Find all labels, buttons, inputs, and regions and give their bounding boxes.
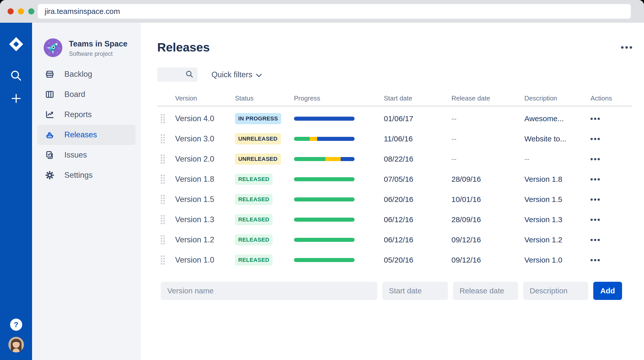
- status-badge: RELEASED: [235, 234, 273, 245]
- progress-segment-yellow: [310, 137, 317, 141]
- add-version-form: Add: [157, 282, 632, 300]
- drag-handle[interactable]: [161, 114, 165, 123]
- status-badge: UNRELEASED: [235, 133, 281, 144]
- progress-segment-green: [294, 157, 325, 161]
- release-date-input[interactable]: [453, 282, 518, 300]
- start-date: 06/12/16: [384, 215, 451, 224]
- drag-handle[interactable]: [161, 195, 165, 204]
- project-avatar: [44, 38, 62, 58]
- progress-bar: [294, 157, 355, 161]
- start-date: 06/12/16: [384, 236, 451, 244]
- sidebar-item-releases[interactable]: Releases: [37, 125, 136, 145]
- project-sidebar: Teams in Space Software project Backlog: [32, 23, 141, 360]
- gear-icon: [45, 170, 55, 180]
- progress-bar: [294, 117, 355, 121]
- page-title: Releases: [157, 40, 210, 54]
- start-date: 08/22/16: [384, 155, 451, 163]
- row-actions-button[interactable]: [591, 178, 600, 181]
- progress-segment-green: [294, 218, 355, 222]
- row-actions-button[interactable]: [591, 259, 600, 261]
- sidebar-item-settings[interactable]: Settings: [37, 165, 136, 185]
- table-row: Version 3.0 UNRELEASED 11/06/16 -- Websi…: [157, 129, 632, 149]
- drag-handle[interactable]: [161, 215, 165, 224]
- help-glyph: ?: [14, 321, 18, 329]
- drag-handle[interactable]: [161, 155, 165, 164]
- row-actions-button[interactable]: [591, 138, 600, 140]
- progress-segment-green: [294, 238, 355, 242]
- col-header-description: Description: [524, 94, 591, 102]
- sidebar-item-reports[interactable]: Reports: [37, 105, 136, 125]
- col-header-actions: Actions: [591, 94, 632, 102]
- table-row: Version 2.0 UNRELEASED 08/22/16 -- --: [157, 149, 632, 169]
- table-header-row: Version Status Progress Start date Relea…: [157, 94, 632, 102]
- description: Version 1.5: [524, 195, 591, 204]
- status-badge: RELEASED: [235, 254, 273, 266]
- description: Version 1.0: [524, 256, 591, 264]
- table-body: Version 4.0 IN PROGRESS 01/06/17 -- Awes…: [157, 109, 632, 270]
- row-actions-button[interactable]: [591, 198, 600, 201]
- window-controls: [8, 8, 34, 14]
- project-header: Teams in Space Software project: [32, 38, 141, 58]
- sidebar-item-board[interactable]: Board: [37, 84, 136, 105]
- start-date: 06/20/16: [384, 195, 451, 204]
- quick-filters-button[interactable]: Quick filters: [211, 70, 262, 79]
- sidebar-item-label: Backlog: [64, 70, 92, 79]
- progress-bar: [294, 258, 355, 262]
- minimize-window-button[interactable]: [18, 8, 24, 14]
- global-search-icon[interactable]: [10, 69, 23, 82]
- row-actions-button[interactable]: [591, 239, 600, 241]
- start-date-input[interactable]: [382, 282, 448, 300]
- version-name: Version 4.0: [175, 114, 235, 123]
- page-more-button[interactable]: [621, 46, 632, 49]
- create-icon[interactable]: [10, 92, 22, 105]
- jira-logo-icon[interactable]: [8, 36, 24, 53]
- release-date: 28/09/16: [451, 215, 524, 224]
- drag-handle[interactable]: [161, 134, 165, 143]
- release-date: 09/12/16: [451, 236, 524, 244]
- header-divider: [157, 106, 632, 107]
- status-badge: IN PROGRESS: [235, 113, 281, 124]
- releases-table: Version Status Progress Start date Relea…: [157, 94, 632, 270]
- quick-filters-label: Quick filters: [211, 70, 252, 79]
- drag-handle[interactable]: [161, 255, 165, 265]
- sidebar-item-label: Reports: [64, 110, 92, 119]
- issues-icon: [45, 150, 55, 160]
- version-name: Version 1.0: [175, 255, 235, 265]
- sidebar-item-issues[interactable]: Issues: [37, 145, 136, 165]
- zoom-window-button[interactable]: [28, 8, 34, 14]
- description-input[interactable]: [523, 282, 588, 300]
- progress-bar: [294, 238, 355, 242]
- drag-handle[interactable]: [161, 175, 165, 184]
- main-content: Releases Quick filters: [141, 23, 644, 360]
- sidebar-item-label: Settings: [64, 171, 93, 180]
- sidebar-item-backlog[interactable]: Backlog: [37, 64, 136, 84]
- address-bar[interactable]: jira.teamsinspace.com: [38, 4, 631, 19]
- browser-chrome: jira.teamsinspace.com: [0, 0, 644, 23]
- chevron-down-icon: [256, 70, 262, 79]
- description: Version 1.2: [524, 236, 591, 244]
- version-name-input[interactable]: [161, 282, 377, 300]
- url-text: jira.teamsinspace.com: [45, 7, 120, 16]
- row-actions-button[interactable]: [591, 118, 600, 120]
- release-search-input[interactable]: [161, 71, 185, 79]
- progress-segment-blue: [341, 157, 355, 161]
- project-type: Software project: [69, 50, 127, 57]
- row-actions-button[interactable]: [591, 158, 600, 160]
- status-badge: UNRELEASED: [235, 153, 281, 165]
- add-button[interactable]: Add: [593, 282, 622, 300]
- description: --: [524, 155, 591, 163]
- project-nav: Backlog Board: [32, 64, 141, 185]
- version-name: Version 3.0: [175, 134, 235, 143]
- description: Awesome...: [524, 114, 591, 123]
- row-actions-button[interactable]: [591, 219, 600, 221]
- col-header-release-date: Release date: [451, 94, 524, 102]
- close-window-button[interactable]: [8, 8, 14, 14]
- col-header-status: Status: [235, 94, 294, 102]
- status-badge: RELEASED: [235, 194, 273, 205]
- drag-handle[interactable]: [161, 235, 165, 244]
- release-search-box[interactable]: [157, 67, 198, 82]
- help-icon[interactable]: ?: [10, 319, 22, 331]
- user-avatar[interactable]: [8, 337, 24, 352]
- board-icon: [45, 90, 55, 99]
- description: Version 1.3: [524, 215, 591, 224]
